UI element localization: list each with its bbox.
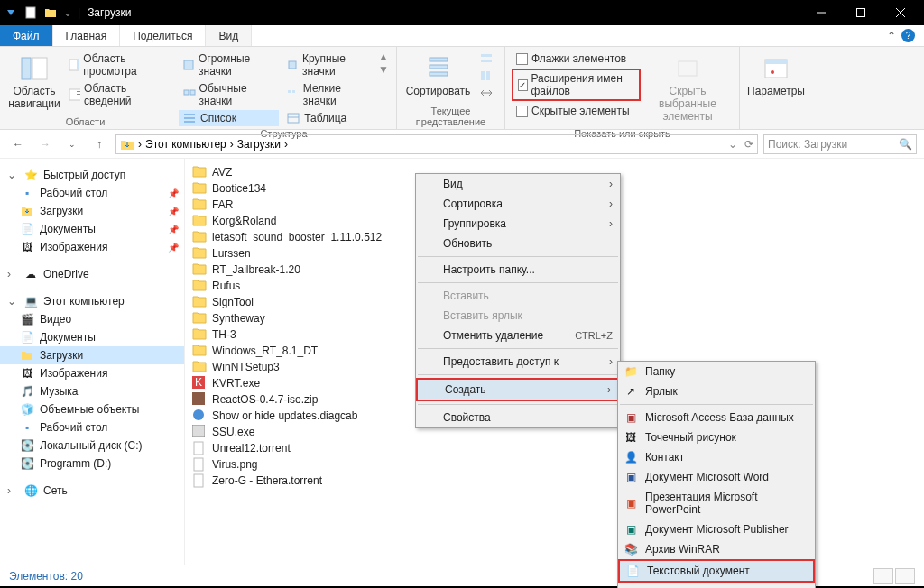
up-button[interactable]: ↑ xyxy=(88,133,110,155)
view-icons-button[interactable] xyxy=(895,568,915,584)
cm-create[interactable]: Создать› xyxy=(416,378,620,401)
sort-button[interactable]: Сортировать xyxy=(404,51,472,101)
sidebar-objects3d[interactable]: 🧊Объемные объекты xyxy=(0,400,184,418)
sidebar-video[interactable]: 🎬Видео xyxy=(0,310,184,328)
file-name: WinNTSetup3 xyxy=(212,361,280,373)
item-count: Элементов: 20 xyxy=(9,570,83,583)
svg-rect-27 xyxy=(481,60,492,62)
scroll-down-icon[interactable]: ▼ xyxy=(378,63,389,76)
preview-pane-button[interactable]: Область просмотра xyxy=(65,51,163,79)
details-pane-button[interactable]: Область сведений xyxy=(65,80,163,109)
sm-bitmap[interactable]: 🖼Точечный рисунок xyxy=(618,427,815,447)
sidebar-pictures2[interactable]: 🖼Изображения xyxy=(0,364,184,382)
sm-xls[interactable]: ▣Лист Microsoft Excel xyxy=(618,583,815,588)
sidebar-downloads[interactable]: Загрузки📌 xyxy=(0,202,184,220)
options-button[interactable]: Параметры xyxy=(747,51,805,101)
view-details-button[interactable] xyxy=(873,568,893,584)
word-icon: ▣ xyxy=(624,470,638,484)
file-name: Korg&Roland xyxy=(212,215,276,227)
sidebar-programm[interactable]: 💽Programm (D:) xyxy=(0,455,184,473)
cm-give-access[interactable]: Предоставить доступ к› xyxy=(416,352,620,372)
svg-rect-6 xyxy=(32,58,47,79)
sm-access[interactable]: ▣Microsoft Access База данных xyxy=(618,408,815,427)
minimize-button[interactable] xyxy=(801,0,841,25)
sidebar-music[interactable]: 🎵Музыка xyxy=(0,382,184,400)
sm-folder[interactable]: 📁Папку xyxy=(618,362,815,381)
sidebar-localdisk[interactable]: 💽Локальный диск (C:) xyxy=(0,436,184,455)
cm-properties[interactable]: Свойства xyxy=(416,408,620,427)
down-arrow-icon[interactable] xyxy=(4,5,18,20)
add-columns-button[interactable] xyxy=(476,68,497,84)
small-icons-button[interactable]: Мелкие значки xyxy=(282,80,374,109)
file-name: RT_Jailbreak-1.20 xyxy=(212,263,300,276)
group-by-button[interactable] xyxy=(476,51,497,67)
file-extensions-toggle[interactable]: Расширения имен файлов xyxy=(513,69,640,100)
hidden-items-toggle[interactable]: Скрытые элементы xyxy=(513,103,640,119)
list-button[interactable]: Список xyxy=(179,110,279,126)
sidebar-downloads2[interactable]: Загрузки xyxy=(0,346,184,364)
sm-pub[interactable]: ▣Документ Microsoft Publisher xyxy=(618,519,815,539)
sidebar-desktop2[interactable]: ▪Рабочий стол xyxy=(0,418,184,436)
crumb-downloads[interactable]: Загрузки xyxy=(237,138,281,151)
file-name: FAR xyxy=(212,198,233,211)
sidebar-desktop[interactable]: ▪Рабочий стол📌 xyxy=(0,184,184,202)
sidebar-documents2[interactable]: 📄Документы xyxy=(0,328,184,346)
cm-sort[interactable]: Сортировка› xyxy=(416,194,620,214)
forward-button[interactable]: → xyxy=(34,133,56,155)
large-icons-button[interactable]: Крупные значки xyxy=(282,51,374,79)
addressbar: ← → ⌄ ↑ › Этот компьютер › Загрузки › ⌄ … xyxy=(0,130,924,159)
maximize-button[interactable] xyxy=(841,0,881,25)
search-input[interactable]: Поиск: Загрузки 🔍 xyxy=(763,134,917,154)
sidebar-documents[interactable]: 📄Документы📌 xyxy=(0,220,184,238)
file-icon xyxy=(192,295,207,309)
tab-share[interactable]: Поделиться xyxy=(120,25,206,46)
refresh-icon[interactable]: ⟳ xyxy=(744,138,753,151)
sm-shortcut[interactable]: ↗Ярлык xyxy=(618,381,815,401)
file-icon xyxy=(192,198,207,212)
sidebar-thispc[interactable]: ⌄💻Этот компьютер xyxy=(0,292,184,310)
huge-icons-button[interactable]: Огромные значки xyxy=(179,51,279,79)
rar-icon: 📚 xyxy=(624,542,638,556)
sidebar-onedrive[interactable]: ›☁OneDrive xyxy=(0,265,184,283)
item-checkboxes-toggle[interactable]: Флажки элементов xyxy=(513,51,640,67)
back-button[interactable]: ← xyxy=(7,133,29,155)
breadcrumb[interactable]: › Этот компьютер › Загрузки › ⌄ ⟳ xyxy=(116,134,758,154)
cm-undo[interactable]: Отменить удалениеCTRL+Z xyxy=(416,326,620,345)
tab-home[interactable]: Главная xyxy=(53,25,121,46)
dropdown-icon[interactable]: ⌄ xyxy=(728,138,737,151)
tab-view[interactable]: Вид xyxy=(206,25,252,46)
create-submenu: 📁Папку ↗Ярлык ▣Microsoft Access База дан… xyxy=(617,361,816,588)
table-button[interactable]: Таблица xyxy=(282,110,374,126)
fit-columns-button[interactable] xyxy=(476,85,497,101)
svg-rect-41 xyxy=(194,458,203,471)
file-name: Virus.png xyxy=(212,458,257,471)
normal-icons-button[interactable]: Обычные значки xyxy=(179,80,279,109)
scroll-up-icon[interactable]: ▲ xyxy=(378,51,389,63)
sm-word[interactable]: ▣Документ Microsoft Word xyxy=(618,467,815,487)
cm-refresh[interactable]: Обновить xyxy=(416,234,620,253)
cm-group[interactable]: Группировка› xyxy=(416,214,620,234)
help-icon[interactable]: ? xyxy=(901,29,915,42)
sm-rar[interactable]: 📚Архив WinRAR xyxy=(618,539,815,559)
navigation-pane-button[interactable]: Область навигации xyxy=(7,51,61,114)
collapse-ribbon-icon[interactable]: ⌃ xyxy=(887,30,896,42)
recent-button[interactable]: ⌄ xyxy=(61,133,83,155)
cm-view[interactable]: Вид› xyxy=(416,174,620,194)
file-name: SSU.exe xyxy=(212,426,254,438)
sidebar-pictures[interactable]: 🖼Изображения📌 xyxy=(0,238,184,256)
close-button[interactable] xyxy=(881,0,920,25)
sm-txt[interactable]: 📄Текстовый документ xyxy=(618,559,815,583)
sidebar-network[interactable]: ›🌐Сеть xyxy=(0,482,184,500)
tab-file[interactable]: Файл xyxy=(0,25,53,46)
svg-rect-0 xyxy=(26,7,35,18)
sm-contact[interactable]: 👤Контакт xyxy=(618,447,815,467)
sm-ppt[interactable]: ▣Презентация Microsoft PowerPoint xyxy=(618,487,815,519)
svg-rect-13 xyxy=(184,90,189,95)
publisher-icon: ▣ xyxy=(624,522,638,537)
svg-rect-12 xyxy=(184,60,193,69)
cm-customize[interactable]: Настроить папку... xyxy=(416,260,620,280)
file-name: Bootice134 xyxy=(212,182,266,195)
crumb-pc[interactable]: Этот компьютер xyxy=(145,138,226,151)
cm-paste: Вставить xyxy=(416,286,620,306)
sidebar-quick-access[interactable]: ⌄⭐Быстрый доступ xyxy=(0,166,184,184)
